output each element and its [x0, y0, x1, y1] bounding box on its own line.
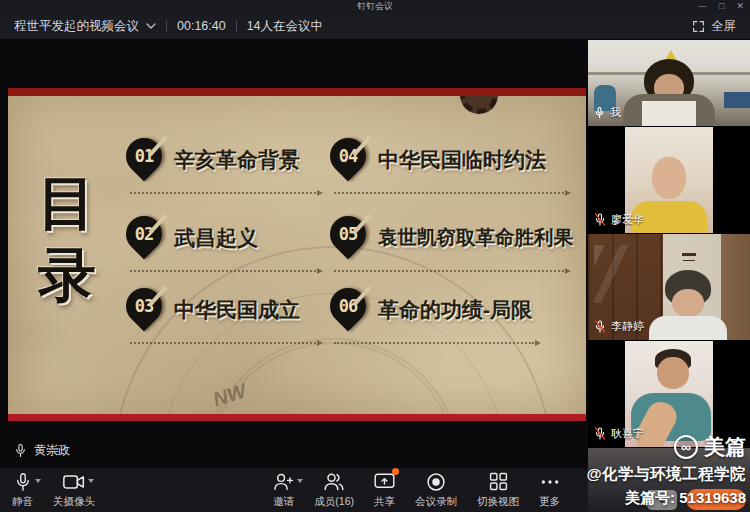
- chevron-down-icon[interactable]: [146, 23, 156, 29]
- toc-item-label: 武昌起义: [174, 224, 258, 252]
- microphone-icon: [594, 106, 605, 119]
- video-scene-detail: [682, 253, 696, 256]
- window-controls: — □ ✕: [698, 0, 744, 13]
- meipian-brand-row: ∞ 美篇: [570, 433, 746, 461]
- participant-name: 廖爱华: [611, 212, 644, 227]
- members-icon: [323, 472, 345, 492]
- participant-count: 14人在会议中: [247, 18, 323, 35]
- toc-item-label: 辛亥革命背景: [174, 146, 300, 174]
- shared-screen-stage: NW 目 录 01 辛亥革命背景 02 武: [0, 40, 588, 512]
- more-button[interactable]: 更多: [539, 471, 560, 509]
- meipian-logo-icon: ∞: [674, 435, 698, 459]
- toc-char: 目: [38, 174, 96, 232]
- video-tile-participant[interactable]: 耿喜宁: [588, 341, 750, 447]
- dotted-line: [130, 342, 316, 344]
- fullscreen-label: 全屏: [711, 18, 736, 35]
- meipian-id: 美篇号: 51319638: [625, 489, 746, 506]
- switch-view-button[interactable]: 切换视图: [477, 471, 519, 509]
- invite-person-icon: [273, 472, 294, 492]
- toc-item-05: 05 袁世凯窃取革命胜利果: [330, 216, 580, 280]
- window-titlebar: 钉钉会议 — □ ✕: [0, 0, 750, 13]
- meipian-account: @化学与环境工程学院: [570, 464, 746, 485]
- invite-dropdown-caret[interactable]: [297, 479, 303, 483]
- toc-item-04: 04 中华民国临时约法: [330, 138, 580, 202]
- microphone-icon: [14, 472, 32, 492]
- meeting-duration: 00:16:40: [177, 19, 226, 33]
- slide-bottom-red-bar: [8, 414, 586, 421]
- muted-microphone-icon: [594, 213, 606, 226]
- mute-button[interactable]: 静音: [12, 471, 33, 509]
- participant-name: 李静婷: [611, 319, 644, 334]
- toc-item-label: 袁世凯窃取革命胜利果: [378, 224, 573, 251]
- invite-button[interactable]: 邀请: [273, 471, 294, 509]
- toc-title: 目 录: [38, 174, 96, 304]
- meipian-id-row: 美篇号: 51319638: [570, 489, 746, 511]
- camera-icon: [63, 473, 85, 491]
- meeting-title[interactable]: 程世平发起的视频会议: [14, 18, 139, 35]
- more-ellipsis-icon: [540, 472, 560, 492]
- active-speaker-label: 黄崇政: [14, 442, 70, 459]
- record-icon: [426, 472, 446, 492]
- meeting-info-bar: 程世平发起的视频会议 00:16:40 14人在会议中 全屏: [0, 13, 750, 40]
- grid-layout-icon: [489, 472, 508, 491]
- share-notification-dot: [392, 468, 399, 475]
- share-screen-button[interactable]: 共享: [374, 471, 395, 509]
- video-scene-detail: [594, 245, 652, 303]
- share-screen-icon: [374, 472, 395, 491]
- meipian-brand-name: 美篇: [704, 433, 746, 461]
- meipian-watermark: ∞ 美篇 @化学与环境工程学院 美篇号: 51319638: [570, 433, 746, 511]
- camera-off-button[interactable]: 关摄像头: [53, 471, 95, 509]
- meeting-toolbar: 静音 关摄像头: [0, 468, 588, 512]
- toc-item-label: 中华民国成立: [174, 296, 300, 324]
- slide-body: NW 目 录 01 辛亥革命背景 02 武: [8, 96, 586, 414]
- toc-item-label: 革命的功绩-局限: [378, 296, 532, 324]
- presentation-slide: NW 目 录 01 辛亥革命背景 02 武: [8, 88, 586, 421]
- toc-char: 录: [38, 246, 96, 304]
- divider: [166, 20, 167, 32]
- speaker-name: 黄崇政: [34, 442, 70, 459]
- participant-name: 我: [610, 105, 621, 120]
- members-button[interactable]: 成员(16): [314, 471, 354, 509]
- dotted-line: [334, 342, 534, 344]
- minimize-button[interactable]: —: [698, 2, 707, 11]
- record-button[interactable]: 会议录制: [415, 471, 457, 509]
- video-scene-detail: [724, 92, 750, 108]
- video-scene-detail: [642, 101, 696, 126]
- participant-figure: [657, 357, 689, 389]
- video-tile-me[interactable]: 我: [588, 40, 750, 126]
- participant-figure: [649, 316, 727, 340]
- microphone-icon: [14, 443, 27, 458]
- gear-decoration: [460, 96, 498, 114]
- close-button[interactable]: ✕: [736, 2, 744, 11]
- dotted-line: [130, 192, 316, 194]
- muted-microphone-icon: [594, 320, 606, 333]
- mute-dropdown-caret[interactable]: [35, 479, 41, 483]
- participant-name-chip: 我: [594, 105, 621, 120]
- dotted-line: [334, 192, 564, 194]
- fullscreen-icon: [692, 20, 705, 33]
- dingtalk-meeting-window: 钉钉会议 — □ ✕ 程世平发起的视频会议 00:16:40 14人在会议中 全…: [0, 0, 750, 512]
- participant-name-chip: 廖爱华: [594, 212, 644, 227]
- window-title: 钉钉会议: [357, 0, 393, 13]
- video-tile-participant[interactable]: 廖爱华: [588, 127, 750, 233]
- participant-figure: [652, 157, 686, 199]
- dotted-line: [130, 270, 316, 272]
- maximize-button[interactable]: □: [719, 2, 724, 11]
- toc-item-06: 06 革命的功绩-局限: [330, 288, 580, 352]
- participant-figure: [672, 289, 704, 317]
- fullscreen-button[interactable]: 全屏: [692, 18, 736, 35]
- toc-item-label: 中华民国临时约法: [378, 146, 546, 174]
- video-tile-participant[interactable]: 李静婷: [588, 234, 750, 340]
- divider: [236, 20, 237, 32]
- dotted-line: [334, 270, 564, 272]
- participant-name-chip: 李静婷: [594, 319, 644, 334]
- slide-top-red-bar: [8, 88, 586, 96]
- camera-dropdown-caret[interactable]: [88, 479, 94, 483]
